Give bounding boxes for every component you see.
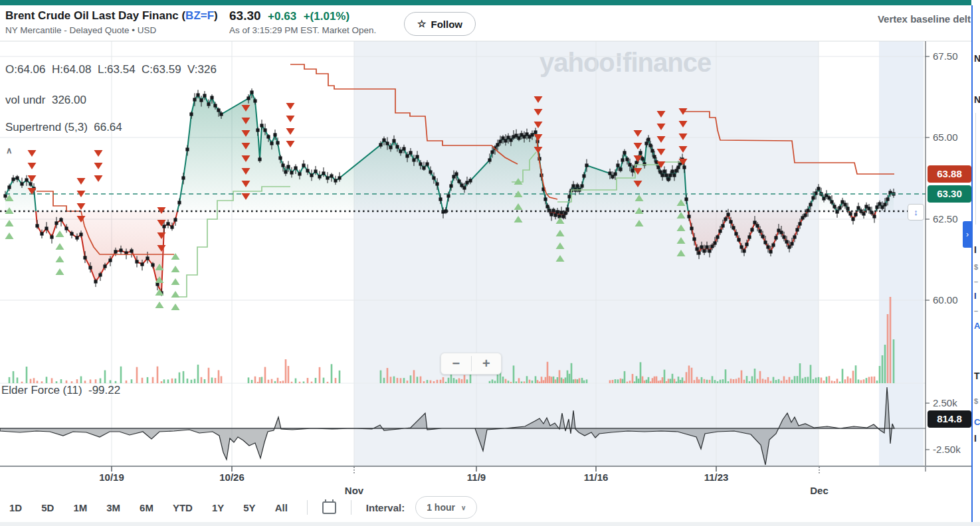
- volume-bar: [327, 382, 329, 383]
- zoom-in-button[interactable]: +: [472, 353, 502, 374]
- candle-body: [830, 200, 833, 203]
- candle-body: [833, 205, 836, 208]
- volume-bar: [268, 380, 270, 383]
- candle-body: [70, 232, 73, 235]
- volume-bar: [26, 367, 28, 383]
- volume-bar: [311, 382, 313, 383]
- buy-signal-arrow-icon: [5, 232, 14, 239]
- candle-body: [662, 169, 666, 173]
- volume-bar: [561, 378, 563, 383]
- volume-bar: [754, 369, 756, 383]
- candle-body: [334, 179, 337, 182]
- candle-body: [664, 173, 668, 177]
- candle-body: [787, 245, 791, 248]
- zoom-out-button[interactable]: −: [441, 353, 471, 374]
- candle-body: [684, 197, 688, 201]
- candle-body: [379, 143, 382, 146]
- volume-bar: [56, 381, 58, 383]
- range-button-6m[interactable]: 6M: [140, 498, 153, 517]
- volume-bar: [319, 367, 321, 383]
- volume-bar: [516, 381, 518, 383]
- candle-body: [276, 141, 279, 144]
- candle-body: [185, 147, 189, 151]
- volume-bar: [518, 378, 520, 383]
- clipped-box-edge: [975, 113, 976, 224]
- volume-bar: [492, 379, 494, 383]
- range-button-3m[interactable]: 3M: [106, 498, 120, 517]
- interval-dropdown[interactable]: 1 hour∨: [415, 496, 477, 519]
- volume-bar: [51, 378, 53, 383]
- buy-signal-arrow-icon: [155, 302, 164, 308]
- volume-bar: [427, 380, 429, 383]
- volume-bar: [277, 378, 279, 383]
- zoom-control: − +: [441, 353, 502, 375]
- volume-bar: [557, 377, 559, 383]
- volume-bar: [387, 368, 389, 383]
- volume-bar: [80, 377, 82, 383]
- legend-collapse-icon[interactable]: ∧: [6, 145, 13, 155]
- volume-bar: [783, 376, 785, 383]
- candle-body: [674, 169, 678, 172]
- candle-body: [553, 213, 557, 217]
- volume-bar: [770, 381, 772, 383]
- candle-body: [883, 203, 886, 206]
- volume-bar: [307, 378, 309, 383]
- title-text: Brent Crude Oil Last Day Financ (: [5, 9, 185, 22]
- range-button-all[interactable]: All: [275, 498, 288, 517]
- clipped-text-fragment: –: [974, 278, 978, 286]
- volume-bar: [17, 377, 19, 383]
- calendar-icon[interactable]: [322, 501, 336, 514]
- volume-bar: [644, 381, 646, 383]
- range-button-5d[interactable]: 5D: [41, 498, 54, 517]
- candle-body: [203, 94, 206, 97]
- candle-body: [739, 245, 743, 248]
- candle-body: [263, 128, 266, 132]
- candle-body: [734, 232, 737, 235]
- range-button-5y[interactable]: 5Y: [243, 498, 255, 517]
- volume-bar: [781, 381, 783, 383]
- volume-bar: [842, 369, 844, 383]
- candle-body: [798, 222, 801, 225]
- volume-bar: [575, 379, 577, 383]
- range-button-ytd[interactable]: YTD: [173, 498, 193, 517]
- candle-body: [162, 224, 165, 228]
- elder-tick-label: -2.50k: [933, 444, 961, 455]
- candle-body: [872, 215, 876, 218]
- volume-bar: [191, 380, 193, 383]
- candle-body: [273, 133, 276, 136]
- candle-body: [878, 202, 881, 205]
- volume-bar: [524, 381, 526, 383]
- candle-body: [628, 163, 631, 166]
- volume-bar: [860, 380, 862, 383]
- volume-bar: [706, 380, 708, 383]
- candle-body: [314, 169, 317, 173]
- range-button-1d[interactable]: 1D: [9, 498, 22, 517]
- follow-button[interactable]: ☆Follow: [404, 12, 476, 36]
- volume-bar: [505, 379, 507, 383]
- ticker-symbol[interactable]: BZ=F: [185, 9, 214, 22]
- volume-bar: [874, 377, 876, 383]
- candle-body: [779, 230, 783, 234]
- toolbar-separator: [307, 500, 308, 515]
- title-close: ): [214, 9, 218, 22]
- volume-bar: [66, 381, 68, 383]
- axis-drag-button[interactable]: ↕: [908, 204, 924, 220]
- bottom-strip: [0, 522, 980, 526]
- candle-body: [108, 258, 112, 262]
- range-button-1y[interactable]: 1Y: [212, 498, 224, 517]
- clipped-text-fragment: I: [974, 244, 977, 255]
- volume-bar: [539, 382, 541, 383]
- candle-body: [848, 212, 852, 215]
- panel-expand-button[interactable]: ›: [963, 221, 972, 248]
- volume-bar: [730, 379, 732, 383]
- candle-body: [530, 133, 534, 136]
- candle-body: [827, 196, 831, 199]
- candle-body: [260, 124, 263, 127]
- sell-signal-arrow-icon: [286, 141, 295, 147]
- volume-bar: [303, 381, 305, 383]
- candle-body: [298, 172, 301, 175]
- volume-bar: [551, 377, 553, 383]
- volume-bar: [183, 371, 185, 383]
- volume-bar: [33, 378, 35, 383]
- range-button-1m[interactable]: 1M: [73, 498, 87, 517]
